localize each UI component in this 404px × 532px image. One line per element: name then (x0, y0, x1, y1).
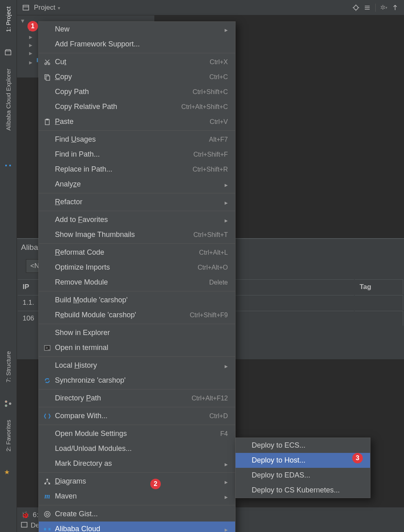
menu-item-alibaba-cloud[interactable]: Alibaba Cloud (39, 522, 235, 532)
menu-item-synchronize-carshop[interactable]: Synchronize 'carshop' (39, 373, 235, 388)
blank-icon (240, 486, 248, 495)
callout-3: 3 (352, 453, 363, 463)
menu-item-create-gist[interactable]: Create Gist... (39, 507, 235, 522)
menu-item-find-in-path[interactable]: Find in Path...Ctrl+Shift+F (39, 147, 235, 162)
rail-tab-project[interactable]: 1: Project (5, 6, 12, 32)
menu-item-add-to-favorites[interactable]: Add to Favorites (39, 212, 235, 227)
blank-icon (43, 165, 52, 174)
expand-arrow-icon[interactable] (29, 59, 34, 63)
menu-item-shortcut: Ctrl+C (209, 73, 228, 81)
menu-item-label: Refactor (55, 198, 220, 206)
menu-item-copy-path[interactable]: Copy PathCtrl+Shift+C (39, 84, 235, 99)
status-text: 6: (33, 511, 38, 519)
blank-icon (43, 429, 52, 438)
blank-icon (43, 311, 52, 320)
menu-item-new[interactable]: New (39, 22, 235, 37)
menu-item-paste[interactable]: PasteCtrl+V (39, 114, 235, 129)
menu-item-replace-in-path[interactable]: Replace in Path...Ctrl+Shift+R (39, 162, 235, 177)
submenu-item-deploy-to-cs-kubernetes[interactable]: Deploy to CS Kubernetes... (236, 483, 370, 498)
submenu-arrow-icon (225, 199, 228, 205)
rail-tab-alibaba-cloud-explorer[interactable]: Alibaba Cloud Explorer (5, 69, 12, 130)
menu-item-find-usages[interactable]: Find UsagesAlt+F7 (39, 132, 235, 147)
menu-item-copy-relative-path[interactable]: Copy Relative PathCtrl+Alt+Shift+C (39, 99, 235, 114)
menu-item-label: Build Module 'carshop' (55, 296, 228, 304)
submenu-arrow-icon (225, 181, 228, 188)
svg-line-34 (45, 482, 47, 483)
menu-item-compare-with[interactable]: Compare With...Ctrl+D (39, 408, 235, 423)
collapse-all-icon[interactable] (364, 4, 371, 11)
blank-icon (43, 150, 52, 159)
callout-1: 1 (27, 21, 38, 31)
blank-icon (43, 296, 52, 305)
menu-item-label: Find in Path... (55, 150, 189, 159)
menu-item-shortcut: Ctrl+Shift+F (194, 151, 228, 158)
menu-item-copy[interactable]: CopyCtrl+C (39, 69, 235, 84)
project-icon (4, 48, 12, 57)
menu-item-rebuild-module-carshop[interactable]: Rebuild Module 'carshop'Ctrl+Shift+F9 (39, 308, 235, 323)
menu-item-shortcut: Ctrl+D (209, 413, 228, 420)
menu-item-mark-directory-as[interactable]: Mark Directory as (39, 456, 235, 471)
menu-separator (39, 472, 235, 473)
menu-item-label: Local History (55, 361, 220, 370)
menu-item-label: Paste (55, 117, 205, 126)
menu-item-cut[interactable]: CutCtrl+X (39, 54, 235, 69)
menu-separator (39, 53, 235, 53)
menu-item-open-in-terminal[interactable]: >_Open in terminal (39, 340, 235, 355)
menu-item-optimize-imports[interactable]: Optimize ImportsCtrl+Alt+O (39, 260, 235, 275)
locate-icon[interactable] (352, 4, 360, 11)
menu-item-local-history[interactable]: Local History (39, 358, 235, 373)
expand-arrow-icon[interactable] (29, 33, 34, 38)
submenu-arrow-icon (225, 362, 228, 369)
hide-icon[interactable] (391, 4, 399, 11)
svg-rect-25 (46, 76, 50, 80)
submenu-item-deploy-to-host[interactable]: Deploy to Host... (236, 453, 370, 468)
menu-item-reformat-code[interactable]: Reformat CodeCtrl+Alt+L (39, 245, 235, 260)
menu-item-show-in-explorer[interactable]: Show in Explorer (39, 325, 235, 340)
menu-item-load-unload-modules[interactable]: Load/Unload Modules... (39, 441, 235, 456)
svg-line-35 (47, 482, 49, 483)
blank-icon (43, 263, 52, 272)
alibaba-cloud-submenu: Deploy to ECS...Deploy to Host...Deploy … (235, 438, 370, 498)
blank-icon (43, 40, 52, 49)
menu-item-open-module-settings[interactable]: Open Module SettingsF4 (39, 426, 235, 441)
submenu-item-deploy-to-ecs[interactable]: Deploy to ECS... (236, 438, 370, 453)
gear-icon[interactable]: ✲▾ (380, 4, 387, 11)
submenu-item-label: Deploy to EDAS... (252, 471, 363, 480)
menu-item-build-module-carshop[interactable]: Build Module 'carshop' (39, 293, 235, 308)
window-icon (21, 522, 27, 530)
menu-item-show-image-thumbnails[interactable]: Show Image ThumbnailsCtrl+Shift+T (39, 227, 235, 242)
expand-arrow-icon[interactable] (29, 49, 34, 54)
menu-item-maven[interactable]: mMaven (39, 489, 235, 504)
menu-separator (39, 193, 235, 193)
menu-item-directory-path[interactable]: Directory PathCtrl+Alt+F12 (39, 391, 235, 406)
svg-point-2 (5, 405, 7, 406)
svg-point-6 (354, 6, 358, 10)
rail-tab-structure[interactable]: 7: Structure (5, 351, 12, 383)
svg-point-1 (5, 401, 7, 402)
column-header-tag[interactable]: Tag (355, 279, 403, 294)
sync-icon (43, 376, 52, 385)
menu-item-add-framework-support[interactable]: Add Framework Support... (39, 37, 235, 52)
expand-arrow-icon[interactable] (21, 17, 26, 22)
menu-item-diagrams[interactable]: Diagrams (39, 474, 235, 489)
project-dropdown[interactable]: Project (34, 4, 60, 12)
menu-item-shortcut: Ctrl+Shift+R (193, 166, 228, 173)
expand-arrow-icon[interactable] (29, 41, 34, 46)
project-toolbar: Project ✲▾ (17, 0, 404, 15)
menu-item-analyze[interactable]: Analyze (39, 177, 235, 192)
submenu-arrow-icon (225, 26, 228, 33)
menu-item-label: Replace in Path... (55, 165, 188, 174)
menu-item-refactor[interactable]: Refactor (39, 195, 235, 209)
submenu-item-deploy-to-edas[interactable]: Deploy to EDAS... (236, 468, 370, 483)
blank-icon (43, 361, 52, 370)
menu-separator (39, 407, 235, 407)
cut-icon (43, 58, 52, 67)
rail-tab-favorites[interactable]: 2: Favorites (5, 420, 12, 451)
blank-icon (43, 88, 52, 96)
svg-rect-4 (23, 5, 29, 10)
menu-item-label: Diagrams (55, 477, 220, 486)
menu-item-remove-module[interactable]: Remove ModuleDelete (39, 275, 235, 290)
svg-rect-27 (46, 119, 48, 120)
menu-item-label: Copy Path (55, 88, 188, 96)
submenu-arrow-icon (225, 478, 228, 485)
